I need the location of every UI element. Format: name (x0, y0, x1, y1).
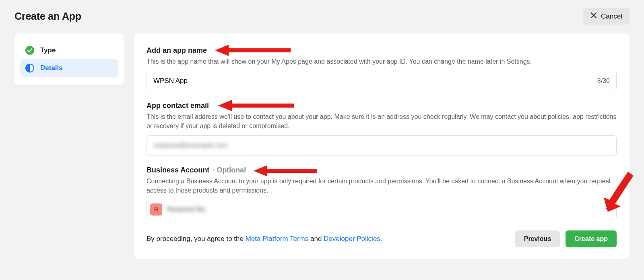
contact-email-field-wrapper (147, 135, 617, 156)
main-panel: Add an app name This is the app name tha… (134, 33, 630, 259)
footer-row: By proceeding, you agree to the Meta Pla… (147, 230, 617, 247)
agree-text: By proceeding, you agree to the Meta Pla… (147, 235, 382, 243)
check-circle-icon (25, 46, 35, 55)
previous-button[interactable]: Previous (515, 230, 560, 247)
create-app-button[interactable]: Create app (566, 230, 617, 247)
svg-point-0 (25, 46, 34, 55)
section-business-account: Business Account · Optional Connecting a… (147, 166, 617, 219)
step-details[interactable]: Details (20, 59, 118, 77)
cancel-button[interactable]: Cancel (583, 8, 630, 25)
char-count: 8/30 (597, 77, 610, 85)
agree-prefix: By proceeding, you agree to the (147, 235, 246, 243)
cancel-label: Cancel (601, 12, 622, 21)
policies-link[interactable]: Developer Policies. (324, 235, 382, 243)
section-app-name: Add an app name This is the app name tha… (147, 46, 617, 91)
section-title-text: Business Account (147, 166, 209, 174)
step-label: Type (40, 46, 56, 54)
step-label: Details (40, 64, 63, 72)
section-contact-email: App contact email This is the email addr… (147, 102, 617, 156)
business-account-select[interactable]: R Redacted Biz (147, 200, 617, 219)
section-title: App contact email (147, 102, 617, 110)
business-avatar: R (150, 203, 162, 216)
app-name-field-wrapper: 8/30 (147, 71, 617, 91)
app-name-input[interactable] (153, 77, 597, 85)
contact-email-input[interactable] (153, 141, 610, 149)
business-selected-label: Redacted Biz (167, 206, 601, 213)
optional-tag: · Optional (213, 166, 246, 174)
section-desc: This is the email address we'll use to c… (147, 112, 617, 131)
half-circle-icon (25, 63, 35, 73)
section-title: Business Account · Optional (147, 166, 617, 174)
page-title: Create an App (14, 10, 81, 22)
section-title: Add an app name (147, 46, 617, 55)
section-desc: Connecting a Business Account to your ap… (147, 177, 617, 195)
section-desc: This is the app name that will show on y… (147, 57, 617, 66)
terms-link[interactable]: Meta Platform Terms (246, 235, 309, 243)
step-type[interactable]: Type (20, 41, 118, 59)
chevron-down-icon (606, 208, 611, 211)
close-icon (590, 12, 597, 21)
agree-mid: and (308, 235, 324, 243)
steps-sidebar: Type Details (14, 33, 124, 85)
